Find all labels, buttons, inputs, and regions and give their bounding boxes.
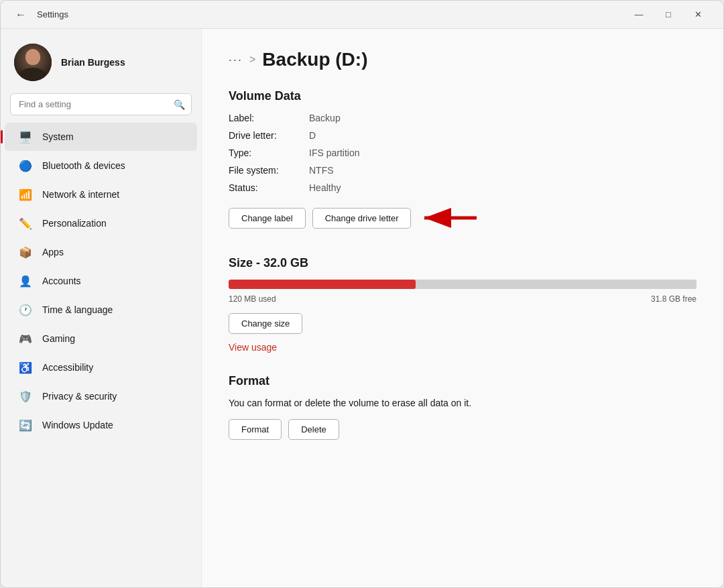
window-controls: — □ ✕ (624, 4, 713, 25)
sidebar-item-accounts[interactable]: 👤 Accounts (5, 267, 197, 295)
volume-data-title: Volume Data (229, 89, 697, 103)
sidebar-item-label-gaming: Gaming (42, 333, 75, 344)
field-value-2: IFS partition (309, 148, 697, 158)
search-box: 🔍 (10, 93, 192, 115)
breadcrumb-separator: > (249, 54, 255, 66)
search-input[interactable] (10, 93, 192, 115)
view-usage-link[interactable]: View usage (229, 342, 277, 353)
red-arrow-icon (418, 207, 478, 229)
volume-data-table: Label: Backup Drive letter: D Type: IFS … (229, 113, 697, 193)
sidebar-item-gaming[interactable]: 🎮 Gaming (5, 325, 197, 353)
field-label-4: Status: (229, 182, 309, 193)
sidebar-item-label-system: System (42, 131, 74, 142)
format-section-title: Format (229, 374, 697, 388)
sidebar-item-label-personalization: Personalization (42, 218, 107, 229)
progress-labels: 120 MB used 31.8 GB free (229, 294, 697, 304)
user-name: Brian Burgess (61, 57, 125, 68)
sidebar: Brian Burgess 🔍 🖥️ System 🔵 Bluetooth & … (1, 29, 202, 587)
sidebar-item-bluetooth[interactable]: 🔵 Bluetooth & devices (5, 152, 197, 180)
sidebar-item-system[interactable]: 🖥️ System (5, 123, 197, 151)
maximize-button[interactable]: □ (654, 4, 683, 25)
volume-actions-row: Change label Change drive letter (229, 207, 697, 229)
sidebar-item-privacy[interactable]: 🛡️ Privacy & security (5, 382, 197, 410)
avatar (14, 44, 52, 81)
sidebar-item-label-apps: Apps (42, 247, 64, 257)
storage-used-fill (229, 280, 416, 289)
content-area: Brian Burgess 🔍 🖥️ System 🔵 Bluetooth & … (1, 29, 723, 587)
sidebar-nav: 🖥️ System 🔵 Bluetooth & devices 📶 Networ… (1, 122, 201, 440)
sidebar-item-personalization[interactable]: ✏️ Personalization (5, 209, 197, 237)
field-value-0: Backup (309, 113, 697, 123)
field-label-0: Label: (229, 113, 309, 123)
breadcrumb: ··· > Backup (D:) (229, 49, 697, 70)
used-label: 120 MB used (229, 294, 276, 304)
field-label-3: File system: (229, 165, 309, 176)
format-actions-row: Format Delete (229, 419, 697, 440)
sidebar-item-label-accessibility: Accessibility (42, 362, 93, 373)
user-profile[interactable]: Brian Burgess (1, 37, 201, 93)
sidebar-item-accessibility[interactable]: ♿ Accessibility (5, 353, 197, 381)
field-value-3: NTFS (309, 165, 697, 176)
arrow-indicator (418, 207, 478, 229)
sidebar-item-windows-update[interactable]: 🔄 Windows Update (5, 411, 197, 439)
personalization-icon: ✏️ (18, 216, 33, 231)
main-content: ··· > Backup (D:) Volume Data Label: Bac… (202, 29, 723, 587)
windows-update-icon: 🔄 (18, 418, 33, 432)
accessibility-icon: ♿ (18, 360, 33, 375)
sidebar-item-time[interactable]: 🕐 Time & language (5, 296, 197, 324)
gaming-icon: 🎮 (18, 331, 33, 346)
sidebar-item-label-bluetooth: Bluetooth & devices (42, 160, 125, 171)
size-actions-row: Change size (229, 313, 697, 334)
sidebar-item-label-time: Time & language (42, 304, 113, 315)
bluetooth-icon: 🔵 (18, 158, 33, 173)
format-description: You can format or delete the volume to e… (229, 398, 697, 408)
time-icon: 🕐 (18, 302, 33, 317)
storage-progress-bar (229, 280, 697, 289)
field-label-1: Drive letter: (229, 130, 309, 141)
field-label-2: Type: (229, 148, 309, 158)
delete-button[interactable]: Delete (288, 419, 339, 440)
privacy-icon: 🛡️ (18, 389, 33, 404)
change-drive-letter-button[interactable]: Change drive letter (312, 208, 412, 229)
settings-window: ← Settings — □ ✕ Brian Burgess (0, 0, 724, 588)
sidebar-item-label-privacy: Privacy & security (42, 391, 117, 402)
field-value-4: Healthy (309, 182, 697, 193)
free-label: 31.8 GB free (651, 294, 697, 304)
sidebar-item-label-windows-update: Windows Update (42, 420, 113, 430)
titlebar: ← Settings — □ ✕ (1, 1, 723, 29)
network-icon: 📶 (18, 187, 33, 202)
size-section-title: Size - 32.0 GB (229, 256, 697, 270)
back-button[interactable]: ← (11, 6, 30, 23)
minimize-button[interactable]: — (624, 4, 654, 25)
format-button[interactable]: Format (229, 419, 282, 440)
sidebar-item-label-accounts: Accounts (42, 276, 81, 286)
sidebar-item-network[interactable]: 📶 Network & internet (5, 180, 197, 209)
accounts-icon: 👤 (18, 274, 33, 288)
page-title: Backup (D:) (262, 49, 367, 70)
field-value-1: D (309, 130, 697, 141)
breadcrumb-dots: ··· (229, 53, 243, 67)
change-label-button[interactable]: Change label (229, 208, 306, 229)
apps-icon: 📦 (18, 245, 33, 259)
titlebar-title: Settings (37, 9, 624, 19)
change-size-button[interactable]: Change size (229, 313, 302, 334)
system-icon: 🖥️ (18, 129, 33, 144)
sidebar-item-label-network: Network & internet (42, 189, 119, 200)
sidebar-item-apps[interactable]: 📦 Apps (5, 238, 197, 266)
close-button[interactable]: ✕ (683, 4, 713, 25)
